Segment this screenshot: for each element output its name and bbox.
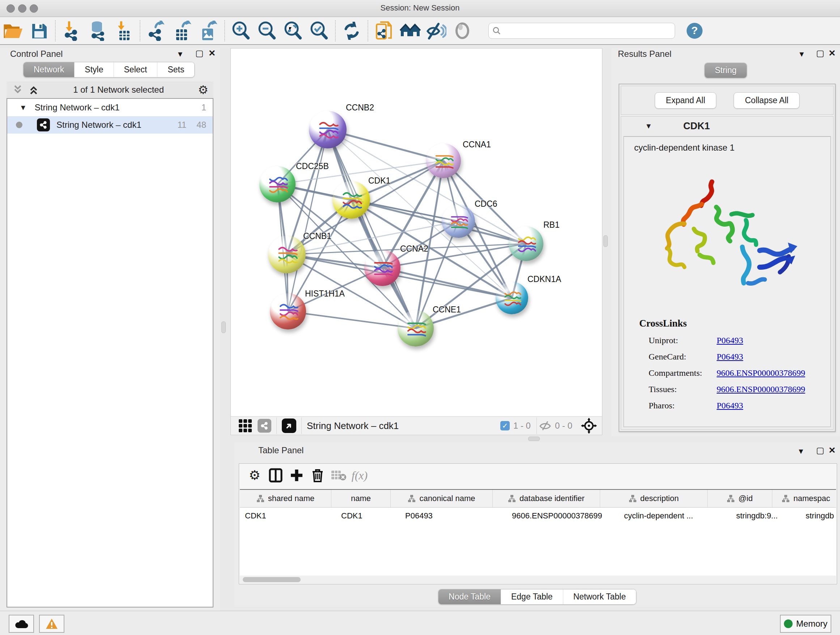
import-database-icon[interactable]: [85, 19, 111, 42]
table-panel-close-icon[interactable]: ✕: [829, 446, 836, 455]
function-builder-icon[interactable]: f(x): [349, 466, 370, 485]
node-CCNE1[interactable]: [398, 310, 434, 347]
birdseye-toggle-icon[interactable]: [581, 418, 597, 434]
tab-network-table[interactable]: Network Table: [563, 589, 636, 604]
crosslink-link[interactable]: 9606.ENSP00000378699: [717, 385, 805, 394]
tab-select[interactable]: Select: [114, 62, 157, 77]
node-CDC6[interactable]: [442, 204, 475, 238]
node-CCNA2[interactable]: [364, 250, 401, 286]
table-hscroll-thumb[interactable]: [243, 577, 301, 582]
tab-sets[interactable]: Sets: [157, 62, 194, 77]
open-session-icon[interactable]: [0, 19, 26, 42]
column-header-@id[interactable]: @id: [707, 490, 772, 507]
control-panel-menu-icon[interactable]: ▾: [178, 50, 182, 58]
expand-all-icon[interactable]: [28, 84, 39, 95]
zoom-in-icon[interactable]: [228, 19, 254, 42]
network-collection-row[interactable]: ▼ String Network – cdk1 1: [7, 99, 213, 116]
delete-column-icon[interactable]: [307, 466, 328, 485]
network-options-gear-icon[interactable]: ⚙: [198, 83, 208, 97]
table-cell[interactable]: cyclin-dependent ...: [619, 508, 731, 524]
table-cell[interactable]: CDK1: [336, 508, 400, 524]
save-session-icon[interactable]: [26, 19, 52, 42]
bottom-splitter-handle[interactable]: [528, 437, 540, 441]
node-CCNB2[interactable]: [309, 111, 347, 149]
copy-style-icon[interactable]: [371, 19, 397, 42]
string-view-icon[interactable]: [257, 419, 271, 432]
tab-network[interactable]: Network: [24, 62, 74, 77]
table-cell[interactable]: stringdb:9...: [731, 508, 801, 524]
crosslink-link[interactable]: 9606.ENSP00000378699: [717, 368, 805, 378]
export-image-icon[interactable]: [195, 19, 221, 42]
first-neighbors-icon[interactable]: [397, 19, 423, 42]
collapse-all-icon[interactable]: [12, 84, 23, 95]
expand-all-button[interactable]: Expand All: [655, 92, 717, 109]
grid-view-icon[interactable]: [239, 419, 252, 432]
tab-edge-table[interactable]: Edge Table: [501, 589, 563, 604]
crosslink-link[interactable]: P06493: [717, 401, 743, 410]
edge-CCNA2-CDKN1A[interactable]: [382, 268, 512, 298]
node-CDC25B[interactable]: [259, 166, 295, 203]
table-hscrollbar[interactable]: [240, 576, 836, 583]
crosslink-link[interactable]: P06493: [717, 352, 743, 362]
warning-status-button[interactable]: [39, 615, 65, 633]
zoom-out-icon[interactable]: [254, 19, 280, 42]
results-panel-menu-icon[interactable]: ▾: [799, 50, 804, 58]
table-cell[interactable]: stringdb: [801, 508, 836, 524]
column-header-database-identifier[interactable]: database identifier: [493, 490, 600, 507]
tab-string[interactable]: String: [705, 63, 747, 78]
column-header-namespac[interactable]: namespac: [772, 490, 836, 507]
collapse-all-button[interactable]: Collapse All: [734, 92, 799, 109]
show-view-icon[interactable]: [449, 19, 475, 42]
tab-style[interactable]: Style: [74, 62, 113, 77]
delete-table-icon[interactable]: [328, 466, 349, 485]
column-header-name[interactable]: name: [332, 490, 391, 507]
export-network-icon[interactable]: [143, 19, 169, 42]
hide-selected-icon[interactable]: [423, 19, 449, 42]
selected-checkbox-icon[interactable]: ✓: [500, 421, 510, 431]
left-splitter-handle[interactable]: [221, 321, 226, 333]
control-panel-float-icon[interactable]: ▢: [195, 49, 204, 57]
table-cell[interactable]: 9606.ENSP00000378699: [507, 508, 619, 524]
detach-view-icon[interactable]: [282, 418, 296, 433]
node-HIST1H1A[interactable]: [270, 293, 306, 329]
export-table-icon[interactable]: [169, 19, 195, 42]
node-CDK1[interactable]: [332, 181, 370, 219]
column-header-description[interactable]: description: [600, 490, 707, 507]
table-panel-menu-icon[interactable]: ▾: [799, 447, 803, 455]
create-column-icon[interactable]: [286, 466, 307, 485]
table-cell[interactable]: CDK1: [240, 508, 336, 524]
node-CDKN1A[interactable]: [496, 282, 528, 314]
table-row[interactable]: CDK1CDK1P064939606.ENSP00000378699cyclin…: [240, 508, 836, 524]
table-options-gear-icon[interactable]: ⚙: [244, 466, 265, 485]
memory-button[interactable]: Memory: [780, 615, 831, 633]
table-panel-float-icon[interactable]: ▢: [816, 446, 824, 455]
gene-expander-icon[interactable]: ▼: [645, 122, 652, 130]
import-network-icon[interactable]: [58, 19, 85, 42]
zoom-selected-icon[interactable]: [306, 19, 332, 42]
show-columns-icon[interactable]: [265, 466, 286, 485]
cloud-status-button[interactable]: [9, 615, 34, 633]
zoom-fit-icon[interactable]: [280, 19, 306, 42]
column-header-canonical-name[interactable]: canonical name: [391, 490, 493, 507]
network-row[interactable]: String Network – cdk1 11 48: [7, 116, 213, 134]
node-RB1[interactable]: [508, 226, 543, 261]
node-CCNA1[interactable]: [426, 143, 461, 178]
help-icon[interactable]: ?: [682, 19, 707, 42]
column-header-shared-name[interactable]: shared name: [240, 490, 332, 507]
node-CCNB1[interactable]: [268, 236, 306, 273]
edge-HIST1H1A-CCNE1[interactable]: [288, 311, 416, 328]
table-cell[interactable]: P06493: [400, 508, 507, 524]
crosslink-link[interactable]: P06493: [717, 336, 743, 345]
network-canvas[interactable]: CCNB2CCNA1CDC25BCDK1CDC6RB1CCNB1CCNA2CDK…: [231, 49, 602, 416]
control-panel-close-icon[interactable]: ✕: [208, 49, 216, 57]
search-box[interactable]: [488, 23, 675, 39]
tab-node-table[interactable]: Node Table: [439, 589, 501, 604]
gene-section-header[interactable]: ▼ CDK1: [621, 117, 833, 135]
import-table-icon[interactable]: [111, 19, 137, 42]
collection-expander-icon[interactable]: ▼: [19, 103, 27, 112]
right-splitter-handle[interactable]: [603, 235, 608, 247]
results-panel-float-icon[interactable]: ▢: [816, 49, 824, 57]
search-input[interactable]: [504, 26, 671, 36]
node-table[interactable]: shared namenamecanonical namedatabase id…: [240, 489, 836, 575]
results-panel-close-icon[interactable]: ✕: [829, 49, 836, 57]
